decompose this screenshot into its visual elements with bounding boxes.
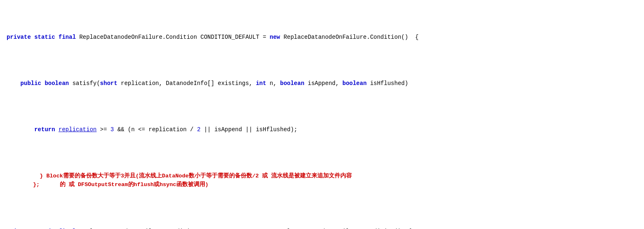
- code-viewer: private static final ReplaceDatanodeOnFa…: [0, 3, 644, 229]
- keyword-new-1: new: [270, 34, 280, 40]
- keyword-public-1: public boolean: [21, 80, 69, 87]
- replication-link[interactable]: replication: [59, 126, 96, 133]
- keyword-int-1: int: [256, 80, 266, 87]
- keyword-return-1: return: [34, 126, 55, 133]
- code-line-2: public boolean satisfy(short replication…: [0, 79, 644, 88]
- keyword-private-1: private static final: [7, 34, 76, 40]
- keyword-boolean-1: boolean: [280, 80, 304, 87]
- keyword-boolean-2: boolean: [342, 80, 367, 87]
- number-2: 2: [197, 126, 200, 133]
- code-line-1: private static final ReplaceDatanodeOnFa…: [0, 33, 644, 42]
- number-3: 3: [110, 126, 114, 133]
- keyword-short-1: short: [100, 80, 117, 87]
- code-line-3: return replication >= 3 && (n <= replica…: [0, 125, 644, 134]
- code-line-5: private static final ReplaceDatanodeOnFa…: [0, 227, 644, 229]
- red-comment-block: } Block需要的备份数大于等于3并且(流水线上DataNode数小于等于需要…: [0, 171, 644, 190]
